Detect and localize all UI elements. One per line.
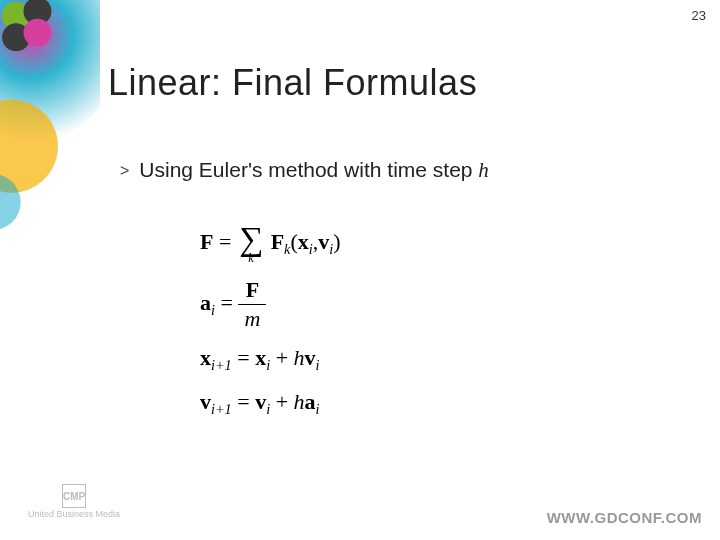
bullet-glyph-icon: > <box>120 162 129 180</box>
footer-url: WWW.GDCONF.COM <box>547 509 702 526</box>
eq1-equals: = <box>219 229 231 254</box>
equation-velocity-update: vi+1 = vi + hai <box>200 389 520 418</box>
eq3-term1-sub: i <box>266 358 270 374</box>
eq3-plus: + <box>276 345 288 370</box>
eq4-coef: h <box>294 389 305 414</box>
eq3-term2: v <box>305 345 316 370</box>
svg-point-2 <box>23 0 51 25</box>
eq4-lhs-sub: i+1 <box>211 401 232 417</box>
page-number: 23 <box>692 8 706 23</box>
eq3-coef: h <box>294 345 305 370</box>
eq3-term2-sub: i <box>316 358 320 374</box>
bullet-item: > Using Euler's method with time step h <box>120 158 489 183</box>
equation-force-sum: F = ∑ k Fk(xi,vi) <box>200 224 520 264</box>
eq2-equals: = <box>220 290 232 315</box>
eq2-fraction: F m <box>238 278 266 331</box>
sum-symbol: ∑ k <box>239 224 263 264</box>
bullet-text-prefix: Using Euler's method with time step <box>139 158 478 181</box>
svg-point-5 <box>0 100 58 193</box>
eq4-term2-sub: i <box>316 401 320 417</box>
svg-point-4 <box>23 19 51 47</box>
svg-point-3 <box>2 23 30 51</box>
eq4-equals: = <box>237 389 249 414</box>
svg-point-0 <box>0 0 100 142</box>
equation-acceleration: ai = F m <box>200 278 520 331</box>
eq3-term1: x <box>255 345 266 370</box>
eq3-equals: = <box>237 345 249 370</box>
eq1-arg2: v <box>318 229 329 254</box>
cmp-logo-mark: CMP <box>62 484 86 508</box>
eq4-term2: a <box>305 389 316 414</box>
slide-title: Linear: Final Formulas <box>108 62 477 104</box>
svg-point-1 <box>2 2 30 30</box>
svg-point-6 <box>0 174 21 230</box>
formula-block: F = ∑ k Fk(xi,vi) ai = F m xi+1 = xi + h… <box>200 210 520 432</box>
eq1-rhs-func-sub: k <box>284 241 290 257</box>
eq3-lhs-sub: i+1 <box>211 358 232 374</box>
eq2-lhs: a <box>200 290 211 315</box>
slide-decorative-art <box>0 0 100 500</box>
eq1-lhs: F <box>200 229 213 254</box>
eq4-term1-sub: i <box>266 401 270 417</box>
equation-position-update: xi+1 = xi + hvi <box>200 345 520 374</box>
eq1-rhs-func: F <box>271 229 284 254</box>
eq3-lhs: x <box>200 345 211 370</box>
cmp-logo: CMP United Business Media <box>28 484 120 520</box>
bullet-variable: h <box>478 158 489 182</box>
bullet-text: Using Euler's method with time step h <box>139 158 488 183</box>
eq4-plus: + <box>276 389 288 414</box>
eq2-lhs-sub: i <box>211 302 215 318</box>
eq4-lhs: v <box>200 389 211 414</box>
cmp-logo-sub: United Business Media <box>28 510 120 520</box>
eq4-term1: v <box>255 389 266 414</box>
fraction-bar-icon <box>238 304 266 305</box>
eq1-arg2-sub: i <box>329 241 333 257</box>
eq2-numerator: F <box>238 278 266 302</box>
eq2-denominator: m <box>238 307 266 331</box>
eq1-arg1: x <box>298 229 309 254</box>
